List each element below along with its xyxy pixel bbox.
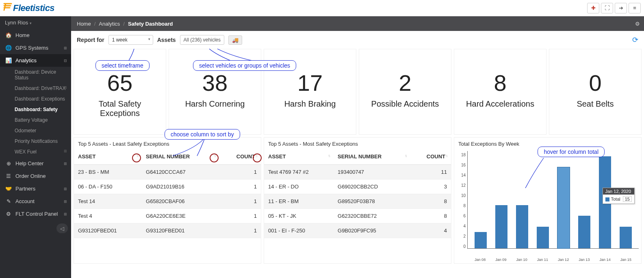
- subnav-device-status[interactable]: Dashboard: Device Status: [11, 67, 71, 83]
- table-row[interactable]: 11 - ER - BMG89520F03B788: [264, 194, 451, 209]
- chart-area[interactable]: 181614121086420 Jan 12, 2020 Total15 Jan…: [454, 149, 641, 263]
- sidebar-item-analytics[interactable]: 📊 Analytics ⊟: [0, 54, 71, 67]
- col-label: COUNT: [236, 153, 255, 160]
- table-row[interactable]: 05 - KT - JKG62320CBBE728: [264, 209, 451, 223]
- fullscreen-icon[interactable]: ⛶: [601, 3, 613, 13]
- sidebar-item-label: Partners: [15, 186, 35, 192]
- col-count[interactable]: COUNT↑↓: [410, 149, 451, 165]
- refresh-button[interactable]: ⟳: [632, 35, 638, 44]
- list-icon: ☰: [5, 173, 12, 179]
- subnav-label: Dashboard: Exceptions: [15, 96, 65, 102]
- col-serial[interactable]: SERIAL NUMBER↑↓: [142, 149, 219, 165]
- assets-select[interactable]: All (236) vehicles: [180, 35, 224, 45]
- table-row[interactable]: 14 - ER - DOG69020CBB2CD3: [264, 179, 451, 194]
- chart-bar[interactable]: [620, 227, 632, 248]
- kpi-row: 65Total Safety Exceptions 38Harsh Corner…: [71, 49, 644, 137]
- sidebar-item-help[interactable]: ⊕ Help Center ⊞: [0, 157, 71, 170]
- subnav-exceptions[interactable]: Dashboard: Exceptions: [11, 94, 71, 104]
- assets-value: All (236) vehicles: [184, 37, 221, 43]
- cell-serial: G9B020F9FC95: [334, 223, 410, 238]
- subnav-safety[interactable]: Dashboard: Safety: [11, 104, 71, 115]
- table-row[interactable]: Test 4769 747 #219340074711: [264, 165, 451, 179]
- kpi-value: 8: [458, 70, 542, 96]
- x-tick-label: Jan 15: [620, 258, 631, 262]
- highlight-circle-icon: [253, 153, 262, 162]
- kpi-value: 38: [173, 70, 257, 96]
- gear-icon[interactable]: ⚙: [635, 21, 640, 27]
- chart-bar[interactable]: [557, 167, 570, 248]
- cell-asset: Test 14: [74, 194, 142, 209]
- sidebar-item-gps[interactable]: 🌐 GPS Systems ⊞: [0, 42, 71, 54]
- cell-serial: G64120CCCA67: [142, 165, 219, 179]
- chart-bar[interactable]: [495, 205, 507, 248]
- col-count[interactable]: COUNT↑↓: [219, 149, 261, 165]
- alert-icon[interactable]: ✚: [587, 3, 599, 13]
- col-label: ASSET: [268, 153, 286, 160]
- sidebar-collapse-button[interactable]: ◁: [56, 223, 68, 233]
- timeframe-value: 1 week: [112, 37, 128, 43]
- col-serial[interactable]: SERIAL NUMBER↑↓: [334, 149, 410, 165]
- subnav-label: WEX Fuel: [15, 149, 37, 155]
- x-tick-label: Jan 11: [537, 258, 548, 262]
- col-asset[interactable]: ASSET↑↓: [74, 149, 142, 165]
- logo-icon: [3, 3, 12, 13]
- expand-icon: ⊞: [64, 162, 67, 166]
- breadcrumb-separator: /: [123, 21, 125, 27]
- expand-icon: ⊞: [64, 199, 67, 204]
- panel-title: Top 5 Assets - Most Safety Exceptions: [264, 138, 451, 149]
- cell-count: 3: [410, 179, 451, 194]
- sidebar-item-label: Account: [15, 198, 35, 204]
- sidebar-item-partners[interactable]: 🤝 Partners ⊞: [0, 182, 71, 195]
- cell-serial: G89520F03B78: [334, 194, 410, 209]
- x-tick-label: Jan 14: [600, 258, 611, 262]
- chart-bar[interactable]: [516, 205, 528, 248]
- cell-serial: G65820CBAF06: [142, 194, 219, 209]
- top-icon-group: ✚ ⛶ ➜ ≡: [587, 3, 641, 13]
- menu-icon[interactable]: ≡: [629, 3, 641, 13]
- subnav-wex[interactable]: WEX Fuel⊞: [11, 147, 71, 157]
- table-row[interactable]: Test 14G65820CBAF061: [74, 194, 261, 209]
- breadcrumb-analytics[interactable]: Analytics: [99, 21, 120, 27]
- table-row[interactable]: Test 4G6A220CE6E3E1: [74, 209, 261, 223]
- table-row[interactable]: 001 - EI - F-250G9B020F9FC954: [264, 223, 451, 238]
- expand-icon: ⊞: [64, 212, 67, 216]
- col-asset[interactable]: ASSET↑↓: [264, 149, 334, 165]
- subnav-battery[interactable]: Battery Voltage: [11, 115, 71, 125]
- x-tick-label: Jan 13: [579, 258, 590, 262]
- subnav-label: Odometer: [15, 128, 36, 134]
- chart-bar[interactable]: [475, 232, 487, 248]
- subnav-label: Dashboard: Safety: [15, 107, 58, 112]
- timeframe-select[interactable]: 1 week: [108, 35, 153, 45]
- chart-bar[interactable]: [537, 227, 549, 248]
- sidebar-item-account[interactable]: ✎ Account ⊞: [0, 195, 71, 208]
- sort-icon: ↑↓: [405, 153, 406, 158]
- table-row[interactable]: 23 - BS - MMG64120CCCA671: [74, 165, 261, 179]
- callout-text: select timeframe: [102, 62, 143, 69]
- sidebar-item-order[interactable]: ☰ Order Online: [0, 170, 71, 182]
- chart-bar[interactable]: [578, 216, 590, 248]
- subnav-label: Dashboard: DriveTRAX: [15, 85, 65, 91]
- cogs-icon: ⚙: [5, 211, 12, 217]
- breadcrumb-separator: /: [94, 21, 96, 27]
- assets-label: Assets: [157, 37, 176, 43]
- cell-asset: 11 - ER - BM: [264, 194, 334, 209]
- subnav-odometer[interactable]: Odometer: [11, 125, 71, 136]
- table-row[interactable]: G93120FBED01G93120FBED011: [74, 223, 261, 238]
- sidebar-item-control[interactable]: ⚙ FLT Control Panel ⊞: [0, 208, 71, 220]
- subnav-drivetrax[interactable]: Dashboard: DriveTRAX⊞: [11, 83, 71, 94]
- truck-button[interactable]: 🚚: [228, 35, 242, 45]
- user-menu[interactable]: Lynn Rios: [0, 16, 71, 29]
- chart-tooltip: Jan 12, 2020 Total15: [603, 188, 635, 204]
- table-row[interactable]: 06 - DA - F150G9AD21019B161: [74, 179, 261, 194]
- cell-asset: G93120FBED01: [74, 223, 142, 238]
- sidebar-item-home[interactable]: 🏠 Home: [0, 29, 71, 42]
- home-icon: 🏠: [5, 32, 12, 38]
- sidebar-item-label: GPS Systems: [15, 45, 48, 51]
- collapse-icon: ⊟: [64, 59, 67, 63]
- breadcrumb-home[interactable]: Home: [77, 21, 91, 27]
- callout-vehicles: select vehicles or groups of vehicles: [193, 60, 296, 71]
- sidebar: Lynn Rios 🏠 Home 🌐 GPS Systems ⊞ 📊 Analy…: [0, 16, 71, 278]
- logout-icon[interactable]: ➜: [615, 3, 627, 13]
- brand-text: Fleetistics: [13, 3, 54, 13]
- subnav-priority[interactable]: Priority Notifications: [11, 136, 71, 147]
